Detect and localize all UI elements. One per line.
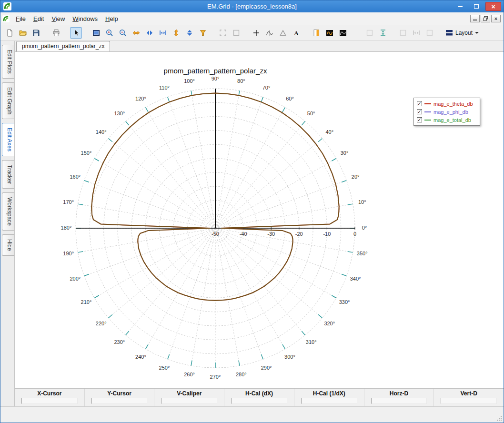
legend-label-theta: mag_e_theta_db [433, 101, 473, 107]
sidebar-item-edit-axes[interactable]: Edit Axes [2, 123, 14, 156]
pan-horizontal-button[interactable] [130, 27, 142, 39]
mdi-restore-button[interactable] [481, 15, 490, 22]
svg-text:90°: 90° [212, 76, 220, 81]
dark-style-2-button[interactable] [337, 27, 349, 39]
readout-value-v-caliper [161, 398, 217, 404]
svg-text:200°: 200° [70, 276, 81, 282]
full-scale-x-button [397, 27, 409, 39]
page-left-right-button[interactable] [143, 27, 155, 39]
svg-text:180°: 180° [61, 225, 72, 231]
document-logo-icon [2, 15, 10, 22]
checkbox-total[interactable]: ✓ [417, 117, 422, 122]
tracker-button[interactable] [263, 27, 275, 39]
legend-entry-theta[interactable]: ✓ mag_e_theta_db [417, 100, 477, 107]
document-tab[interactable]: pmom_pattern_pattern_polar_zx [16, 41, 110, 51]
minimize-button[interactable] [454, 2, 467, 11]
chevron-down-icon [475, 32, 479, 34]
zoom-in-button[interactable] [103, 27, 115, 39]
svg-text:20°: 20° [352, 174, 360, 180]
fit-height-icon [379, 29, 387, 37]
zoom-out-button[interactable] [117, 27, 129, 39]
sidebar-item-edit-plots[interactable]: Edit Plots [2, 45, 14, 79]
select-pointer-button[interactable] [70, 27, 82, 39]
legend-entry-total[interactable]: ✓ mag_e_total_db [417, 116, 477, 123]
mdi-minimize-button[interactable] [470, 15, 480, 22]
fit-height-button[interactable] [377, 27, 389, 39]
series-line-sample [424, 103, 431, 104]
svg-text:40°: 40° [325, 129, 333, 135]
highlight-page-button[interactable] [310, 27, 322, 39]
mdi-minimize-icon [473, 20, 477, 20]
page-up-down-button[interactable] [183, 27, 195, 39]
text-annotation-button[interactable]: A [290, 27, 302, 39]
frame-rect-button[interactable] [230, 27, 242, 39]
zoom-window-button[interactable] [90, 27, 102, 39]
save-button[interactable] [30, 27, 42, 39]
print-button[interactable] [50, 27, 62, 39]
resize-grip[interactable] [496, 415, 503, 422]
svg-text:160°: 160° [70, 174, 81, 180]
frame-corners-button[interactable] [217, 27, 229, 39]
menu-file[interactable]: File [12, 13, 30, 24]
svg-text:0: 0 [353, 231, 356, 237]
legend-label-phi: mag_e_phi_db [433, 109, 468, 115]
triangle-icon [279, 29, 287, 37]
checkbox-theta[interactable]: ✓ [417, 101, 422, 106]
menu-windows[interactable]: Windows [69, 13, 101, 24]
maximize-button[interactable] [470, 2, 483, 11]
layout-dropdown[interactable]: Layout [442, 28, 483, 38]
svg-text:220°: 220° [96, 321, 107, 326]
svg-text:240°: 240° [135, 354, 146, 360]
close-button[interactable]: × [485, 2, 501, 11]
fit-width-button[interactable] [157, 27, 169, 39]
svg-text:280°: 280° [236, 372, 247, 377]
menu-help[interactable]: Help [101, 13, 122, 24]
series-line-sample [424, 111, 431, 112]
autoscale-button[interactable] [197, 27, 209, 39]
svg-text:170°: 170° [63, 199, 74, 205]
readout-bar: X-Cursor Y-Cursor V-Caliper H-Cal (dX) H… [15, 388, 504, 406]
menu-view[interactable]: View [48, 13, 69, 24]
sidebar-item-hide[interactable]: Hide [2, 234, 14, 256]
readout-header-y-cursor: Y-Cursor [85, 389, 154, 397]
minimize-icon [458, 6, 463, 7]
svg-text:320°: 320° [324, 321, 335, 326]
checkbox-phi[interactable]: ✓ [417, 109, 422, 114]
window-title: EM.Grid - [empicasso_lesson8a] [0, 3, 504, 10]
readout-header-v-caliper: V-Caliper [154, 389, 224, 397]
sidebar-item-edit-graph[interactable]: Edit Graph [2, 82, 14, 119]
app-logo-icon [3, 2, 11, 10]
svg-text:-40: -40 [240, 231, 247, 237]
new-file-button[interactable] [3, 27, 15, 39]
legend-entry-phi[interactable]: ✓ mag_e_phi_db [417, 108, 477, 115]
svg-text:80°: 80° [237, 78, 245, 84]
mdi-close-button[interactable]: × [491, 15, 501, 22]
sidebar-item-workspace[interactable]: Workspace [2, 192, 14, 231]
svg-text:110°: 110° [159, 85, 170, 91]
svg-text:-50: -50 [212, 231, 219, 237]
svg-text:270°: 270° [210, 374, 221, 380]
svg-text:30°: 30° [341, 150, 349, 156]
svg-text:120°: 120° [135, 96, 146, 101]
sidebar-item-tracker[interactable]: Tracker [2, 160, 14, 189]
readout-value-vert-d [441, 398, 497, 404]
readout-value-y-cursor [91, 398, 148, 404]
pointer-icon [72, 29, 80, 37]
print-icon [52, 29, 60, 37]
crosshair-button[interactable] [250, 27, 262, 39]
pan-vertical-button[interactable] [170, 27, 182, 39]
autoscale-funnel-icon [199, 29, 207, 37]
open-file-button[interactable] [17, 27, 29, 39]
svg-text:10°: 10° [358, 199, 366, 205]
svg-text:350°: 350° [357, 251, 368, 256]
svg-text:60°: 60° [286, 96, 294, 101]
app-window: EM.Grid - [empicasso_lesson8a] × File Ed… [0, 0, 504, 423]
marker-triangle-button[interactable] [277, 27, 289, 39]
readout-value-horz-d [371, 398, 427, 404]
menu-edit[interactable]: Edit [30, 13, 48, 24]
series-line-sample [424, 120, 431, 121]
svg-text:310°: 310° [306, 339, 317, 345]
svg-text:0°: 0° [362, 225, 367, 231]
dark-style-1-button[interactable] [323, 27, 335, 39]
titlebar: EM.Grid - [empicasso_lesson8a] × [0, 0, 504, 12]
